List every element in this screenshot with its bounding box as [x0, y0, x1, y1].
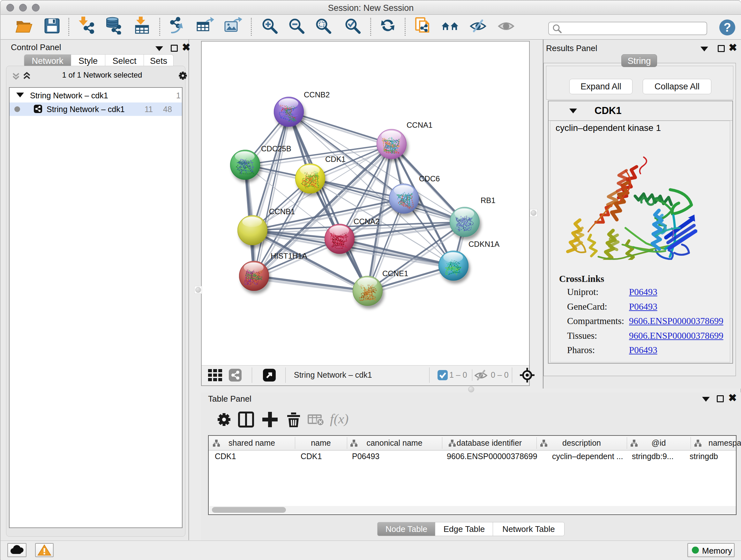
svg-text:CCNA1: CCNA1 [407, 121, 432, 129]
svg-text:f(x): f(x) [330, 412, 348, 427]
svg-text:CDK1: CDK1 [325, 155, 346, 164]
svg-text:CDC25B: CDC25B [261, 144, 291, 153]
svg-text:CCNA2: CCNA2 [354, 217, 380, 226]
svg-text:CCNB2: CCNB2 [304, 90, 330, 99]
svg-text:CDKN1A: CDKN1A [468, 240, 499, 248]
svg-text:CCNB1: CCNB1 [269, 207, 295, 216]
svg-text:CDC6: CDC6 [419, 174, 440, 183]
svg-text:CCNE1: CCNE1 [382, 269, 408, 278]
svg-text:RB1: RB1 [481, 196, 495, 205]
svg-text:HIST1H1A: HIST1H1A [271, 252, 307, 260]
